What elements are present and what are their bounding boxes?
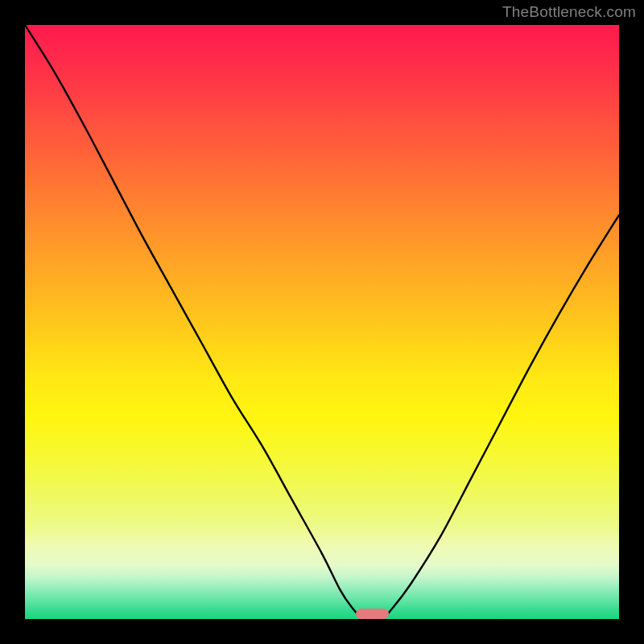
plot-area [25,25,619,619]
watermark-text: TheBottleneck.com [502,3,636,21]
bottleneck-curve [25,25,619,619]
chart-frame: TheBottleneck.com [0,0,644,644]
optimal-indicator [356,609,389,619]
